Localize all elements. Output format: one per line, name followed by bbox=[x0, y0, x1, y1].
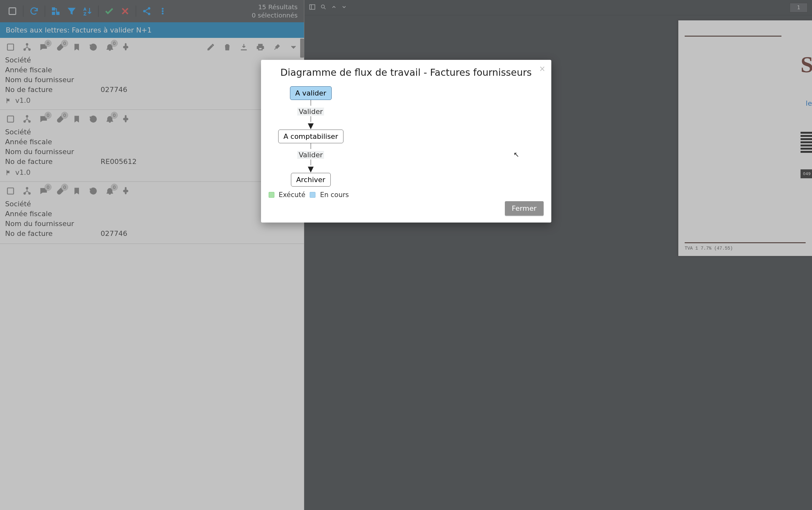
workflow-node-archive: Archiver bbox=[291, 173, 331, 187]
close-icon[interactable]: × bbox=[539, 64, 545, 73]
workflow-node-post: A comptabiliser bbox=[278, 130, 344, 143]
modal-title: Diagramme de flux de travail - Factures … bbox=[269, 67, 544, 78]
workflow-edge-label: Valider bbox=[297, 151, 324, 159]
legend-swatch-executed bbox=[269, 192, 274, 198]
legend-swatch-current bbox=[310, 192, 315, 198]
arrow-down-icon: ▼ bbox=[308, 122, 314, 130]
workflow-diagram-modal: × Diagramme de flux de travail - Facture… bbox=[261, 60, 551, 223]
workflow-diagram: A valider Valider ▼ A comptabiliser Vali… bbox=[269, 84, 544, 190]
workflow-legend: Exécuté En cours bbox=[269, 191, 544, 199]
modal-overlay[interactable]: × Diagramme de flux de travail - Facture… bbox=[0, 0, 812, 510]
legend-label-current: En cours bbox=[320, 191, 349, 199]
workflow-node-validate: A valider bbox=[290, 86, 332, 100]
workflow-edge-label: Valider bbox=[297, 108, 324, 116]
legend-label-executed: Exécuté bbox=[279, 191, 306, 199]
close-button[interactable]: Fermer bbox=[505, 201, 544, 216]
arrow-down-icon: ▼ bbox=[308, 165, 314, 173]
